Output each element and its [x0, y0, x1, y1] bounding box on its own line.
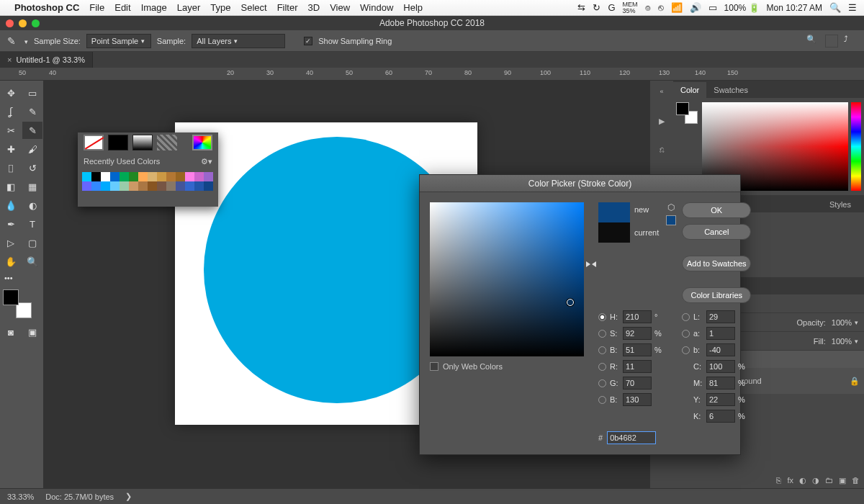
websafe-swatch[interactable] — [666, 215, 676, 225]
recent-color-swatch[interactable] — [82, 181, 91, 191]
type-tool[interactable]: T — [22, 215, 42, 233]
gear-icon[interactable]: ⚙▾ — [201, 157, 212, 166]
lasso-tool[interactable]: ʆ — [1, 103, 21, 120]
recent-color-swatch[interactable] — [101, 172, 110, 181]
brush-tool[interactable]: 🖌 — [22, 140, 42, 158]
siri-icon[interactable]: ☰ — [848, 2, 857, 13]
move-tool[interactable]: ✥ — [1, 84, 21, 102]
workspace-icon[interactable] — [825, 35, 838, 48]
mask-icon[interactable]: ◐ — [799, 476, 806, 485]
close-tab-icon[interactable]: × — [7, 55, 12, 64]
logitech-icon[interactable]: G — [608, 2, 615, 13]
l-radio[interactable] — [682, 313, 690, 321]
app-name[interactable]: Photoshop CC — [14, 2, 79, 13]
color-hue-slider[interactable] — [851, 102, 861, 191]
hand-tool[interactable]: ✋ — [1, 253, 21, 270]
g-input[interactable] — [623, 377, 652, 390]
recent-color-swatch[interactable] — [166, 181, 176, 191]
show-ring-checkbox[interactable]: ✓ — [304, 37, 312, 45]
pen-tool[interactable]: ✒ — [1, 215, 21, 233]
s-input[interactable] — [623, 327, 652, 340]
sample-select[interactable]: All Layers — [192, 34, 285, 48]
recent-color-swatch[interactable] — [185, 181, 194, 191]
recent-color-swatch[interactable] — [204, 172, 213, 181]
wifi-icon[interactable]: 📶 — [671, 2, 683, 13]
adjustment-layer-icon[interactable]: ◑ — [812, 476, 819, 485]
tool-preset-dropdown[interactable] — [22, 37, 28, 45]
saturation-value-field[interactable] — [430, 202, 584, 356]
doc-info[interactable]: Doc: 25.7M/0 bytes — [45, 492, 114, 501]
swatches-tab[interactable]: Swatches — [706, 82, 755, 98]
foreground-swatch[interactable] — [3, 289, 19, 305]
bc-input[interactable] — [623, 393, 652, 406]
menu-help[interactable]: Help — [403, 2, 423, 13]
quickmask-tool[interactable]: ◙ — [1, 323, 21, 341]
status-caret-icon[interactable]: ❯ — [125, 492, 132, 501]
only-web-colors-checkbox[interactable] — [430, 362, 438, 371]
styles-tab[interactable]: Styles — [822, 197, 858, 212]
menu-window[interactable]: Window — [360, 2, 393, 13]
recent-color-swatch[interactable] — [185, 172, 194, 181]
l-input[interactable] — [706, 310, 735, 323]
r-input[interactable] — [623, 360, 652, 373]
shape-tool[interactable]: ▢ — [22, 234, 42, 251]
recent-color-swatch[interactable] — [138, 172, 148, 181]
eraser-tool[interactable]: ◧ — [1, 178, 21, 195]
color-tab[interactable]: Color — [673, 82, 706, 98]
color-spectrum-swatch[interactable] — [192, 135, 212, 150]
fx-icon[interactable]: fx — [787, 476, 793, 485]
menu-image[interactable]: Image — [141, 2, 167, 13]
recent-color-swatch[interactable] — [166, 172, 176, 181]
recent-color-swatch[interactable] — [138, 181, 148, 191]
menu-edit[interactable]: Edit — [114, 2, 130, 13]
quick-select-tool[interactable]: ✎ — [22, 103, 42, 120]
display-icon[interactable]: ▭ — [708, 2, 717, 13]
menu-select[interactable]: Select — [240, 2, 266, 13]
path-select-tool[interactable]: ▷ — [1, 234, 21, 251]
sync-icon[interactable]: ↻ — [593, 2, 600, 13]
recent-color-swatch[interactable] — [129, 172, 138, 181]
a-radio[interactable] — [682, 330, 690, 338]
a-input[interactable] — [706, 327, 735, 340]
gamut-warning-icon[interactable]: ⬡ — [666, 202, 676, 212]
recent-color-swatch[interactable] — [110, 181, 120, 191]
k-input[interactable] — [706, 410, 735, 423]
new-layer-icon[interactable]: ▣ — [839, 476, 846, 485]
menu-layer[interactable]: Layer — [177, 2, 201, 13]
lab-b-input[interactable] — [706, 343, 735, 356]
gradient-tool[interactable]: ▦ — [22, 178, 42, 195]
hex-input[interactable] — [607, 431, 656, 444]
sample-size-select[interactable]: Point Sample — [86, 34, 151, 48]
recent-color-swatch[interactable] — [176, 181, 185, 191]
recent-color-swatch[interactable] — [176, 172, 185, 181]
cancel-button[interactable]: Cancel — [682, 224, 751, 240]
menu-filter[interactable]: Filter — [277, 2, 298, 13]
bv-input[interactable] — [623, 343, 652, 356]
b-radio[interactable] — [598, 346, 606, 354]
recent-color-swatch[interactable] — [120, 181, 129, 191]
foreground-background-swatches[interactable] — [3, 289, 32, 318]
pattern-swatch[interactable] — [157, 135, 177, 150]
eyedropper-tool[interactable]: ✎ — [22, 122, 42, 139]
recent-color-swatch[interactable] — [101, 181, 110, 191]
fill-value[interactable]: 100% — [832, 335, 858, 348]
bc-radio[interactable] — [598, 396, 606, 404]
menuextra-icon[interactable]: ⇆ — [577, 2, 585, 13]
delete-layer-icon[interactable]: 🗑 — [852, 476, 860, 485]
zoom-value[interactable]: 33.33% — [7, 492, 34, 501]
spotlight-icon[interactable]: 🔍 — [829, 2, 841, 13]
h-radio[interactable] — [598, 313, 606, 321]
menu-3d[interactable]: 3D — [308, 2, 320, 13]
recent-color-swatch[interactable] — [148, 172, 157, 181]
blur-tool[interactable]: 💧 — [1, 197, 21, 214]
volume-icon[interactable]: 🔊 — [690, 2, 701, 13]
m-input[interactable] — [706, 377, 735, 390]
color-libraries-button[interactable]: Color Libraries — [682, 287, 751, 303]
recent-color-swatch[interactable] — [91, 181, 101, 191]
no-color-swatch[interactable] — [84, 135, 104, 150]
search-icon[interactable]: 🔍 — [806, 35, 819, 48]
recent-color-swatch[interactable] — [194, 172, 204, 181]
dodge-tool[interactable]: ◐ — [22, 197, 42, 214]
cloud-icon[interactable]: ⌾ — [645, 2, 651, 13]
bluetooth-icon[interactable]: ⎋ — [658, 2, 664, 13]
